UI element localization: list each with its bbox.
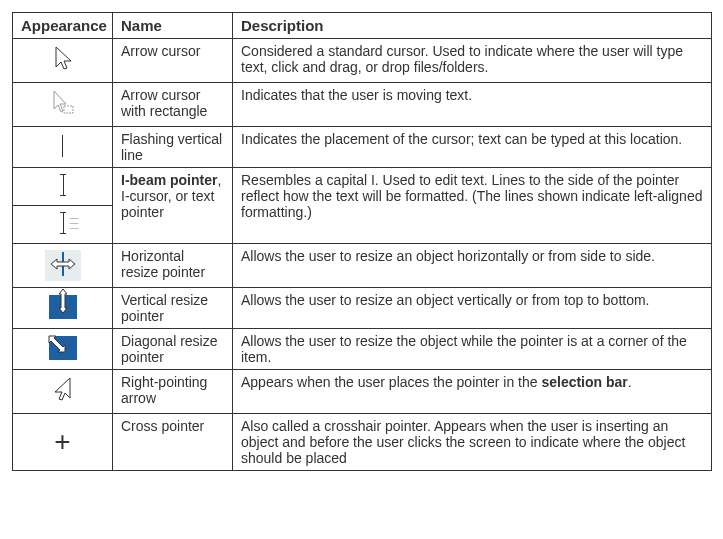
table-row: Arrow cursor Considered a standard curso…	[13, 39, 712, 83]
cursor-name: Arrow cursor	[113, 39, 233, 83]
table-row: Flashing vertical line Indicates the pla…	[13, 127, 712, 168]
table-row: Vertical resize pointer Allows the user …	[13, 288, 712, 329]
cursor-name: Horizontal resize pointer	[113, 244, 233, 288]
arrow-with-rectangle-icon	[50, 89, 76, 120]
cursor-desc: Allows the user to resize an object hori…	[233, 244, 712, 288]
cursor-desc: Indicates that the user is moving text.	[233, 83, 712, 127]
header-name: Name	[113, 13, 233, 39]
cursor-desc: Allows the user to resize an object vert…	[233, 288, 712, 329]
cursor-name: Vertical resize pointer	[113, 288, 233, 329]
header-description: Description	[233, 13, 712, 39]
flashing-line-icon	[62, 135, 63, 157]
cursor-name: Cross pointer	[113, 414, 233, 471]
horizontal-resize-icon	[45, 250, 81, 281]
right-pointing-arrow-icon	[52, 376, 74, 407]
cross-pointer-icon: +	[54, 426, 70, 457]
table-row: Horizontal resize pointer Allows the use…	[13, 244, 712, 288]
ibeam-aligned-icon: ———	[56, 212, 70, 234]
cursor-desc: Considered a standard cursor. Used to in…	[233, 39, 712, 83]
cursor-types-table: Appearance Name Description Arrow cursor…	[12, 12, 712, 471]
header-appearance: Appearance	[13, 13, 113, 39]
cursor-name: I-beam pointer, I-cursor, or text pointe…	[113, 168, 233, 244]
vertical-resize-icon	[49, 295, 77, 319]
table-row: Diagonal resize pointer Allows the user …	[13, 329, 712, 370]
cursor-desc: Appears when the user places the pointer…	[233, 370, 712, 414]
ibeam-icon	[56, 174, 70, 196]
table-row: Arrow cursor with rectangle Indicates th…	[13, 83, 712, 127]
cursor-name: Diagonal resize pointer	[113, 329, 233, 370]
cursor-desc: Resembles a capital I. Used to edit text…	[233, 168, 712, 244]
header-row: Appearance Name Description	[13, 13, 712, 39]
cursor-desc: Also called a crosshair pointer. Appears…	[233, 414, 712, 471]
table-row: + Cross pointer Also called a crosshair …	[13, 414, 712, 471]
table-row: I-beam pointer, I-cursor, or text pointe…	[13, 168, 712, 206]
cursor-desc: Indicates the placement of the cursor; t…	[233, 127, 712, 168]
arrow-cursor-icon	[52, 45, 74, 76]
cursor-name: Flashing vertical line	[113, 127, 233, 168]
svg-rect-0	[64, 106, 73, 113]
cursor-desc: Allows the user to resize the object whi…	[233, 329, 712, 370]
table-row: Right-pointing arrow Appears when the us…	[13, 370, 712, 414]
cursor-name: Arrow cursor with rectangle	[113, 83, 233, 127]
diagonal-resize-icon	[49, 336, 77, 360]
cursor-name: Right-pointing arrow	[113, 370, 233, 414]
